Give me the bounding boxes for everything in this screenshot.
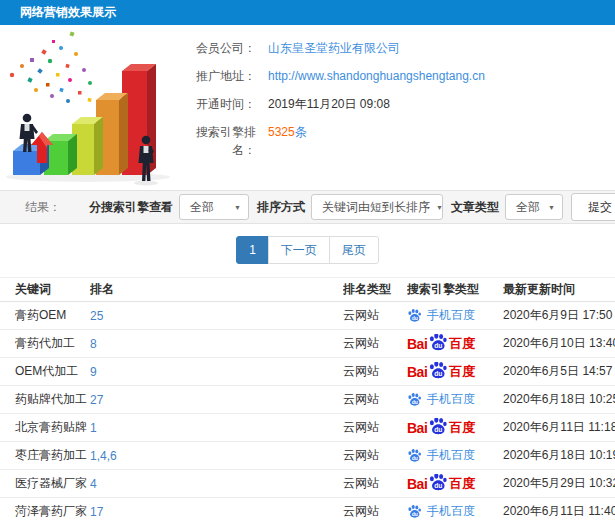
rank-type-cell: 云网站 bbox=[343, 419, 407, 436]
rank-type-cell: 云网站 bbox=[343, 363, 407, 380]
baidu-du-text: du bbox=[412, 511, 418, 517]
rank-cell[interactable]: 4 bbox=[90, 477, 343, 491]
company-name-link[interactable]: 山东皇圣堂药业有限公司 bbox=[268, 39, 400, 57]
keyword-cell: 菏泽膏药厂家 bbox=[0, 503, 90, 520]
keyword-cell: 枣庄膏药加工 bbox=[0, 447, 90, 464]
seo-rank-value: 5325条 bbox=[268, 123, 307, 159]
article-type-select[interactable]: 全部 ▼ bbox=[505, 194, 563, 220]
engine-type-cell[interactable]: Baidu百度 bbox=[407, 474, 503, 494]
rank-cell[interactable]: 1 bbox=[90, 421, 343, 435]
baidu-logo-bai[interactable]: Bai bbox=[407, 476, 427, 492]
baidu-paw-icon: du bbox=[407, 392, 422, 407]
updated-cell: 2020年6月18日 10:25 bbox=[503, 391, 615, 408]
info-row-seo-rank: 搜索引擎排名： 5325条 bbox=[178, 123, 615, 159]
table-row: 膏药代加工 8 云网站 Baidu百度 2020年6月10日 13:40 bbox=[0, 330, 615, 358]
article-type-value: 全部 bbox=[516, 199, 540, 216]
rank-cell[interactable]: 25 bbox=[90, 309, 343, 323]
rank-cell[interactable]: 8 bbox=[90, 337, 343, 351]
rank-cell[interactable]: 27 bbox=[90, 393, 343, 407]
top-section: 会员公司： 山东皇圣堂药业有限公司 推广地址： http://www.shand… bbox=[0, 25, 615, 190]
last-page-button[interactable]: 尾页 bbox=[329, 236, 379, 264]
baidu-logo-cn[interactable]: 百度 bbox=[449, 363, 475, 381]
baidu-paw-icon: du bbox=[428, 474, 448, 492]
promo-url-link[interactable]: http://www.shandonghuangshengtang.cn bbox=[268, 67, 485, 85]
info-row-company: 会员公司： 山东皇圣堂药业有限公司 bbox=[178, 39, 615, 57]
caret-down-icon: ▼ bbox=[548, 204, 555, 211]
rank-type-cell: 云网站 bbox=[343, 503, 407, 520]
article-type-label: 文章类型 bbox=[451, 199, 499, 216]
caret-down-icon: ▼ bbox=[234, 204, 241, 211]
table-row: 膏药OEM 25 云网站 du手机百度 2020年6月9日 17:50 bbox=[0, 302, 615, 330]
engine-filter-value: 全部 bbox=[190, 199, 214, 216]
updated-cell: 2020年6月5日 14:57 bbox=[503, 363, 615, 380]
seo-rank-unit: 条 bbox=[295, 125, 307, 139]
engine-type-cell[interactable]: du手机百度 bbox=[407, 503, 503, 520]
baidu-paw-icon: du bbox=[407, 504, 422, 519]
mobile-baidu-label[interactable]: 手机百度 bbox=[427, 307, 475, 324]
engine-type-cell[interactable]: Baidu百度 bbox=[407, 418, 503, 438]
engine-type-cell[interactable]: Baidu百度 bbox=[407, 334, 503, 354]
mobile-baidu-label[interactable]: 手机百度 bbox=[427, 447, 475, 464]
info-row-open-time: 开通时间： 2019年11月20日 09:08 bbox=[178, 95, 615, 113]
updated-cell: 2020年6月18日 10:19 bbox=[503, 447, 615, 464]
table-row: 医疗器械厂家 4 云网站 Baidu百度 2020年5月29日 10:32 bbox=[0, 470, 615, 498]
baidu-du-text: du bbox=[412, 315, 418, 321]
sort-filter-select[interactable]: 关键词由短到长排序 ▼ bbox=[311, 194, 443, 220]
page-1-button[interactable]: 1 bbox=[236, 236, 269, 264]
result-label: 结果： bbox=[25, 199, 61, 216]
table-row: 枣庄膏药加工 1,4,6 云网站 du手机百度 2020年6月18日 10:19 bbox=[0, 442, 615, 470]
caret-down-icon: ▼ bbox=[436, 204, 443, 211]
mobile-baidu-label[interactable]: 手机百度 bbox=[427, 391, 475, 408]
filter-toolbar: 结果： 分搜索引擎查看 全部 ▼ 排序方式 关键词由短到长排序 ▼ 文章类型 全… bbox=[0, 190, 615, 224]
rank-cell[interactable]: 17 bbox=[90, 505, 343, 519]
company-label: 会员公司： bbox=[178, 39, 256, 57]
seo-rank-number: 5325 bbox=[268, 125, 295, 139]
table-row: 药贴牌代加工 27 云网站 du手机百度 2020年6月18日 10:25 bbox=[0, 386, 615, 414]
promo-url-label: 推广地址： bbox=[178, 67, 256, 85]
baidu-du-text: du bbox=[435, 369, 443, 376]
keyword-cell: 北京膏药贴牌 bbox=[0, 419, 90, 436]
rank-type-cell: 云网站 bbox=[343, 391, 407, 408]
updated-cell: 2020年6月10日 13:40 bbox=[503, 335, 615, 352]
baidu-logo-cn[interactable]: 百度 bbox=[449, 419, 475, 437]
mobile-baidu-label[interactable]: 手机百度 bbox=[427, 503, 475, 520]
pagination: 1 下一页 尾页 bbox=[0, 236, 615, 264]
baidu-paw-icon: du bbox=[428, 362, 448, 380]
page-title: 网络营销效果展示 bbox=[0, 0, 615, 25]
baidu-logo-bai[interactable]: Bai bbox=[407, 420, 427, 436]
header-engine-type: 搜索引擎类型 bbox=[407, 281, 503, 298]
header-rank: 排名 bbox=[90, 281, 343, 298]
info-row-url: 推广地址： http://www.shandonghuangshengtang.… bbox=[178, 67, 615, 85]
keyword-cell: 膏药代加工 bbox=[0, 335, 90, 352]
keyword-cell: 药贴牌代加工 bbox=[0, 391, 90, 408]
baidu-paw-icon: du bbox=[428, 418, 448, 436]
engine-type-cell[interactable]: du手机百度 bbox=[407, 391, 503, 408]
baidu-du-text: du bbox=[435, 341, 443, 348]
table-row: OEM代加工 9 云网站 Baidu百度 2020年6月5日 14:57 bbox=[0, 358, 615, 386]
open-time-label: 开通时间： bbox=[178, 95, 256, 113]
baidu-paw-icon: du bbox=[407, 448, 422, 463]
engine-filter-select[interactable]: 全部 ▼ bbox=[179, 194, 249, 220]
baidu-logo-bai[interactable]: Bai bbox=[407, 364, 427, 380]
updated-cell: 2020年5月29日 10:32 bbox=[503, 475, 615, 492]
baidu-du-text: du bbox=[412, 399, 418, 405]
submit-button[interactable]: 提交 bbox=[571, 193, 615, 221]
engine-type-cell[interactable]: du手机百度 bbox=[407, 307, 503, 324]
next-page-button[interactable]: 下一页 bbox=[268, 236, 330, 264]
baidu-logo-bai[interactable]: Bai bbox=[407, 336, 427, 352]
growth-bar-chart-image bbox=[0, 28, 178, 188]
rank-type-cell: 云网站 bbox=[343, 475, 407, 492]
engine-type-cell[interactable]: du手机百度 bbox=[407, 447, 503, 464]
updated-cell: 2020年6月9日 17:50 bbox=[503, 307, 615, 324]
table-row: 菏泽膏药厂家 17 云网站 du手机百度 2020年6月11日 11:40 bbox=[0, 498, 615, 520]
baidu-logo-cn[interactable]: 百度 bbox=[449, 475, 475, 493]
baidu-logo-cn[interactable]: 百度 bbox=[449, 335, 475, 353]
table-row: 北京膏药贴牌 1 云网站 Baidu百度 2020年6月11日 11:18 bbox=[0, 414, 615, 442]
sort-filter-value: 关键词由短到长排序 bbox=[322, 199, 430, 216]
rank-cell[interactable]: 1,4,6 bbox=[90, 449, 343, 463]
rank-cell[interactable]: 9 bbox=[90, 365, 343, 379]
baidu-du-text: du bbox=[435, 425, 443, 432]
baidu-du-text: du bbox=[435, 481, 443, 488]
engine-type-cell[interactable]: Baidu百度 bbox=[407, 362, 503, 382]
sort-filter-label: 排序方式 bbox=[257, 199, 305, 216]
